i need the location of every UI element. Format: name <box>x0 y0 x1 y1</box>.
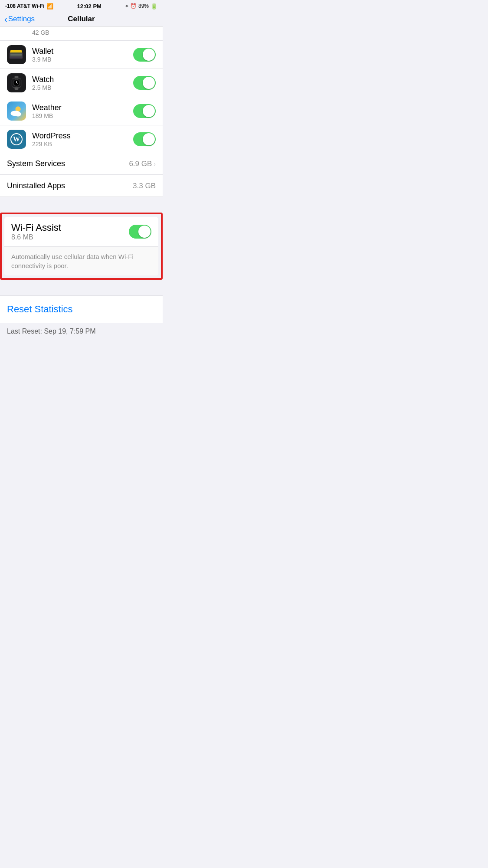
status-right: ⌖ ⏰ 89% 🔋 <box>125 3 157 10</box>
weather-app-info: Weather 189 MB <box>32 103 133 119</box>
wordpress-app-icon: W <box>7 130 26 149</box>
weather-app-size: 189 MB <box>32 112 133 119</box>
truncated-size: 42 GB <box>32 29 49 36</box>
last-reset-section: Last Reset: Sep 19, 7:59 PM <box>0 323 163 340</box>
system-services-row[interactable]: System Services 6.9 GB › <box>0 153 163 175</box>
status-carrier: -108 AT&T Wi-Fi 📶 <box>5 3 53 10</box>
reset-statistics-section: Reset Statistics <box>0 295 163 323</box>
wordpress-toggle[interactable] <box>133 132 156 146</box>
weather-app-name: Weather <box>32 103 133 112</box>
svg-line-11 <box>16 83 18 83</box>
wordpress-app-name: WordPress <box>32 131 133 141</box>
wallet-toggle[interactable] <box>133 48 156 62</box>
uninstalled-apps-label: Uninstalled Apps <box>7 181 65 190</box>
wifi-assist-section: Wi-Fi Assist 8.6 MB Automatically use ce… <box>0 213 163 280</box>
wallet-cards-svg <box>10 50 23 59</box>
status-bar: -108 AT&T Wi-Fi 📶 12:02 PM ⌖ ⏰ 89% 🔋 <box>0 0 163 12</box>
wordpress-app-size: 229 KB <box>32 141 133 147</box>
watch-toggle[interactable] <box>133 76 156 90</box>
wifi-assist-desc-text: Automatically use cellular data when Wi-… <box>11 253 134 269</box>
wordpress-svg: W <box>10 133 23 146</box>
wordpress-app-info: WordPress 229 KB <box>32 131 133 147</box>
wifi-assist-description: Automatically use cellular data when Wi-… <box>4 247 158 275</box>
app-row-weather: Weather 189 MB <box>0 97 163 125</box>
truncated-row: 42 GB <box>0 26 163 41</box>
wifi-assist-inner: Wi-Fi Assist 8.6 MB Automatically use ce… <box>4 217 158 275</box>
watch-app-size: 2.5 MB <box>32 84 133 91</box>
svg-text:W: W <box>13 135 20 143</box>
system-services-label: System Services <box>7 159 65 168</box>
location-icon: ⌖ <box>125 3 128 9</box>
section-gap-2 <box>0 280 163 295</box>
last-reset-text: Last Reset: Sep 19, 7:59 PM <box>7 328 96 335</box>
wifi-icon: 📶 <box>46 3 53 10</box>
wallet-app-icon <box>7 45 26 64</box>
app-row-wordpress: W WordPress 229 KB <box>0 125 163 153</box>
app-row-watch: Watch 2.5 MB <box>0 69 163 97</box>
battery-percent: 89% <box>138 3 149 9</box>
uninstalled-apps-row: Uninstalled Apps 3.3 GB <box>0 175 163 197</box>
wallet-app-size: 3.9 MB <box>32 56 133 63</box>
battery-icon: 🔋 <box>151 3 157 10</box>
system-services-value: 6.9 GB › <box>129 160 156 168</box>
weather-toggle[interactable] <box>133 104 156 118</box>
wifi-assist-size: 8.6 MB <box>11 233 129 241</box>
svg-point-15 <box>15 112 21 117</box>
system-services-chevron-icon: › <box>154 160 156 167</box>
wallet-app-info: Wallet 3.9 MB <box>32 47 133 63</box>
app-row-wallet: Wallet 3.9 MB <box>0 41 163 69</box>
watch-svg <box>10 76 23 90</box>
reset-statistics-button[interactable]: Reset Statistics <box>7 304 73 315</box>
uninstalled-apps-value: 3.3 GB <box>133 182 156 190</box>
watch-app-icon <box>7 73 26 92</box>
wallet-app-name: Wallet <box>32 47 133 56</box>
weather-app-icon <box>7 102 26 121</box>
svg-rect-6 <box>15 88 19 90</box>
svg-rect-5 <box>15 76 19 78</box>
back-label: Settings <box>8 15 35 23</box>
wifi-assist-info: Wi-Fi Assist 8.6 MB <box>11 222 129 241</box>
weather-svg <box>10 104 23 118</box>
back-chevron-icon: ‹ <box>4 14 7 24</box>
watch-app-name: Watch <box>32 75 133 84</box>
page-title: Cellular <box>68 15 95 23</box>
section-gap-1 <box>0 197 163 213</box>
nav-bar: ‹ Settings Cellular <box>0 12 163 26</box>
wifi-assist-toggle[interactable] <box>129 225 151 239</box>
watch-app-info: Watch 2.5 MB <box>32 75 133 91</box>
wifi-assist-row: Wi-Fi Assist 8.6 MB <box>4 217 158 247</box>
svg-rect-4 <box>10 54 22 56</box>
wifi-assist-name: Wi-Fi Assist <box>11 222 129 233</box>
apps-section: Wallet 3.9 MB Watch 2.5 MB <box>0 41 163 153</box>
alarm-icon: ⏰ <box>130 3 137 9</box>
status-time: 12:02 PM <box>77 3 102 10</box>
back-button[interactable]: ‹ Settings <box>4 14 35 24</box>
